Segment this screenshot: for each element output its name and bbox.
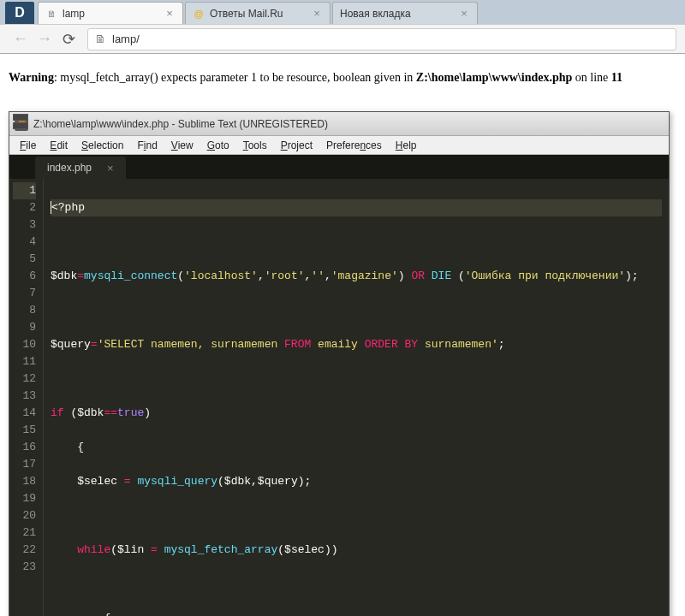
menu-bar: File Edit Selection Find View Goto Tools… <box>9 136 669 155</box>
menu-project[interactable]: Project <box>274 138 319 153</box>
menu-help[interactable]: Help <box>389 138 424 153</box>
menu-edit[interactable]: Edit <box>43 138 74 153</box>
menu-selection[interactable]: Selection <box>74 138 130 153</box>
site-badge: D <box>5 2 34 24</box>
menu-preferences[interactable]: Preferences <box>319 138 389 153</box>
line-gutter: 1234567891011121314151617181920212223 <box>9 179 44 616</box>
url-bar[interactable]: 🗎 <box>87 28 676 50</box>
warning-label: Warning <box>9 71 54 84</box>
menu-tools[interactable]: Tools <box>236 138 274 153</box>
close-icon[interactable]: × <box>164 8 176 20</box>
close-icon[interactable]: × <box>107 162 114 175</box>
php-warning: Warning: mysql_fetch_array() expects par… <box>9 71 676 85</box>
tab-scroll-icon[interactable] <box>13 114 28 129</box>
editor-body[interactable]: 1234567891011121314151617181920212223 <?… <box>9 179 669 616</box>
browser-tab-strip: D 🗎 lamp × @ Ответы Mail.Ru × Новая вкла… <box>0 0 685 24</box>
window-title: Z:\home\lamp\www\index.php - Sublime Tex… <box>33 118 328 130</box>
page-content: Warning: mysql_fetch_array() expects par… <box>0 54 685 102</box>
code-area[interactable]: <?php $dbk=mysqli_connect('localhost','r… <box>44 179 669 616</box>
file-icon: 🗎 <box>93 33 107 46</box>
mailru-icon: @ <box>193 8 205 20</box>
tab-title: Ответы Mail.Ru <box>210 8 306 20</box>
warning-line: 11 <box>611 71 622 84</box>
reload-button[interactable]: ⟳ <box>57 27 80 51</box>
browser-tab[interactable]: @ Ответы Mail.Ru × <box>185 2 331 24</box>
window-titlebar[interactable]: ▦ Z:\home\lamp\www\index.php - Sublime T… <box>9 112 669 136</box>
browser-toolbar: ← → ⟳ 🗎 <box>0 24 685 53</box>
editor-window: ▦ Z:\home\lamp\www\index.php - Sublime T… <box>9 111 670 616</box>
browser-tab[interactable]: Новая вкладка × <box>332 2 478 24</box>
tab-title: Новая вкладка <box>340 8 453 20</box>
close-icon[interactable]: × <box>311 8 323 20</box>
menu-view[interactable]: View <box>164 138 200 153</box>
warning-file: Z:\home\lamp\www\index.php <box>416 71 572 84</box>
forward-button[interactable]: → <box>33 27 57 51</box>
back-button[interactable]: ← <box>9 27 33 51</box>
browser-tab-active[interactable]: 🗎 lamp × <box>38 2 183 24</box>
close-icon[interactable]: × <box>458 8 470 20</box>
tab-title: lamp <box>63 8 158 20</box>
menu-file[interactable]: File <box>13 138 43 153</box>
menu-goto[interactable]: Goto <box>200 138 236 153</box>
editor-tab-title: index.php <box>47 162 92 174</box>
url-input[interactable] <box>112 33 670 45</box>
editor-tab-active[interactable]: index.php × <box>35 157 126 179</box>
editor-tab-bar: index.php × <box>9 155 669 179</box>
file-icon: 🗎 <box>45 8 57 20</box>
menu-find[interactable]: Find <box>130 138 164 153</box>
